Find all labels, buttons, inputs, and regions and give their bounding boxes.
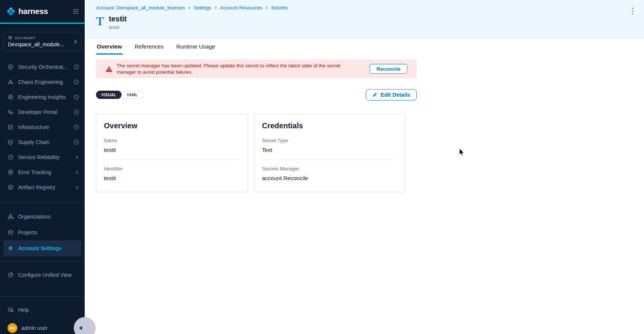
shield-icon (8, 64, 14, 70)
sidebar-item-chaos-engineering[interactable]: Chaos Engineering (0, 74, 85, 90)
sidebar-divider (0, 296, 85, 297)
sidebar-item-infrastructure[interactable]: Infrastructure (0, 120, 85, 135)
breadcrumb-account[interactable]: Account: Devspace_all_module_licenses (96, 5, 185, 11)
logo-text: harness (18, 7, 48, 16)
sidebar-item-security-orchestration[interactable]: Security Orchestrat... (0, 59, 85, 74)
sidebar-item-label: Security Orchestrat... (18, 64, 71, 70)
account-selector[interactable]: ACCOUNT Devspace_all_module... (3, 32, 81, 51)
sidebar-item-supply-chain[interactable]: Supply Chain (0, 135, 85, 150)
chevron-right-icon (75, 185, 79, 190)
breadcrumb-separator: > (214, 5, 217, 11)
card-title: Credentials (262, 121, 397, 130)
more-options-icon[interactable] (630, 6, 635, 16)
sidebar-item-label: Infrastructure (18, 124, 71, 130)
org-chart-icon (8, 214, 14, 220)
breadcrumb-secrets[interactable]: Secrets (271, 5, 288, 11)
module-grid-icon[interactable] (73, 9, 79, 14)
page-subtitle: testit (109, 24, 127, 30)
pencil-icon (372, 92, 378, 97)
gauge-icon (8, 154, 14, 161)
secret-manager-warning-banner: The secret manager has been updated. Ple… (96, 59, 417, 78)
sidebar-item-help[interactable]: ? Help (0, 302, 85, 318)
sidebar-item-projects[interactable]: Projects (0, 225, 85, 240)
sidebar-item-label: Help (18, 307, 79, 313)
sidebar-divider (0, 202, 85, 203)
sidebar-item-artifact-registry[interactable]: Artifact Registry (0, 180, 85, 195)
target-icon (8, 169, 14, 176)
sidebar-item-account-settings[interactable]: Account Settings (3, 240, 81, 256)
sidebar-item-error-tracking[interactable]: Error Tracking (0, 165, 85, 180)
sidebar-item-label: Account Settings (18, 245, 79, 251)
info-icon[interactable] (74, 124, 79, 130)
sidebar-item-organizations[interactable]: Organizations (0, 209, 85, 225)
warning-message: The secret manager has been updated. Ple… (117, 62, 358, 75)
edit-details-button[interactable]: Edit Details (366, 89, 417, 100)
info-icon[interactable] (74, 94, 79, 100)
breadcrumb-account-resources[interactable]: Account Resources (220, 5, 262, 11)
help-chat-icon: ? (8, 307, 14, 313)
developer-portal-icon (8, 109, 14, 115)
info-icon[interactable] (74, 109, 79, 115)
field-identifier: Identifier testit (104, 166, 240, 181)
sidebar-item-service-reliability[interactable]: Service Reliability (0, 150, 85, 165)
sidebar-item-configure-unified-view[interactable]: Configure Unified View (0, 267, 85, 283)
chevron-left-icon (79, 326, 82, 330)
sidebar-item-label: Artifact Registry (18, 184, 72, 190)
page-header: Account: Devspace_all_module_licenses > … (85, 0, 644, 38)
reconcile-button[interactable]: Reconcile (370, 64, 407, 74)
toolbar: VISUAL YAML Edit Details (96, 89, 417, 100)
field-secret-type: Secret Type Text (262, 138, 397, 153)
user-menu[interactable]: AU admin user (0, 323, 85, 333)
chevron-right-icon (73, 39, 78, 44)
tab-runtime-usage[interactable]: Runtime Usage (175, 38, 216, 55)
sidebar: harness ACCOUNT Devspace_all_module... (0, 0, 85, 334)
sidebar-item-label: Error Tracking (18, 169, 72, 175)
sidebar-item-label: Organizations (18, 214, 79, 220)
teal-accent-line (0, 23, 85, 24)
tab-bar: Overview References Runtime Usage (85, 38, 644, 55)
account-name: Devspace_all_module... (8, 41, 71, 47)
info-icon[interactable] (74, 64, 79, 70)
sidebar-item-label: Supply Chain (18, 139, 71, 145)
breadcrumb-separator: > (265, 5, 268, 11)
avatar: AU (8, 323, 17, 333)
field-label: Name (104, 138, 240, 143)
info-icon[interactable] (74, 140, 79, 145)
infrastructure-icon (8, 124, 14, 131)
main-area: Account: Devspace_all_module_licenses > … (85, 0, 644, 334)
module-nav: Security Orchestrat... Chaos Engineering (0, 59, 85, 195)
sidebar-item-developer-portal[interactable]: Developer Portal (0, 105, 85, 120)
cube-icon (8, 229, 14, 236)
harness-logo-icon (6, 6, 16, 16)
breadcrumb-settings[interactable]: Settings (193, 5, 211, 11)
field-divider (262, 159, 397, 160)
visual-yaml-toggle: VISUAL YAML (96, 91, 143, 99)
sidebar-divider (0, 261, 85, 262)
layers-icon (8, 35, 12, 40)
sidebar-item-label: Developer Portal (18, 109, 71, 115)
sidebar-item-engineering-insights[interactable]: Engineering Insights (0, 90, 85, 105)
overview-card: Overview Name testit Identifier testit (96, 114, 248, 192)
credentials-card: Credentials Secret Type Text Secrets Man… (254, 114, 405, 192)
insights-icon (8, 94, 14, 100)
sidebar-item-label: Service Reliability (18, 154, 72, 160)
chevron-right-icon (75, 155, 79, 159)
package-icon (8, 184, 14, 191)
field-secrets-manager: Secrets Manager account.Reconcile (262, 166, 397, 181)
field-label: Secret Type (262, 138, 397, 143)
edit-details-label: Edit Details (381, 92, 410, 98)
account-label: ACCOUNT (15, 36, 36, 40)
sidebar-item-label: Configure Unified View (18, 272, 79, 278)
supply-chain-icon (8, 139, 14, 146)
secret-type-text-icon: T (96, 15, 108, 30)
toggle-yaml[interactable]: YAML (121, 91, 143, 99)
info-icon[interactable] (74, 79, 79, 85)
tab-references[interactable]: References (134, 38, 164, 55)
page-title: testit (109, 15, 127, 23)
field-label: Identifier (104, 166, 240, 172)
toggle-visual[interactable]: VISUAL (96, 91, 122, 99)
card-title: Overview (104, 121, 240, 130)
tab-overview[interactable]: Overview (96, 38, 123, 55)
chaos-icon (8, 79, 14, 85)
field-value: testit (104, 147, 240, 153)
